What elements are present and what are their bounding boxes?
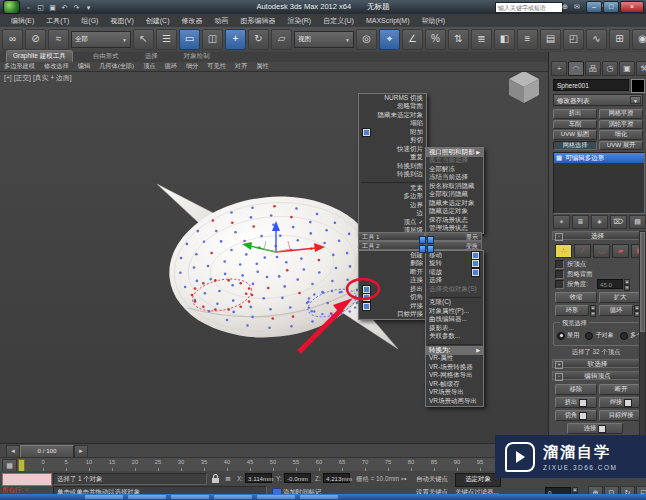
ribbon-subtab-3[interactable]: 几何体(全部): [99, 62, 134, 71]
taskbar-button-2[interactable]: [171, 495, 209, 499]
quad-transform-item-16[interactable]: VR-帧缓存: [426, 380, 483, 389]
ribbon-subtab-6[interactable]: 细分: [186, 62, 198, 71]
create-tab[interactable]: +: [551, 61, 567, 76]
quad-transform-item-8[interactable]: 曲线编辑器...: [426, 316, 483, 325]
mirror[interactable]: ◧: [494, 29, 515, 50]
quad-tools1-item-12[interactable]: 多边形: [359, 193, 426, 202]
configure-modifier-sets-icon[interactable]: ▤: [629, 215, 646, 229]
select-by-name[interactable]: ☰: [156, 29, 177, 50]
undo-icon[interactable]: ↶: [59, 2, 70, 13]
quad-display-item-6[interactable]: 隐藏未选定对象: [426, 199, 483, 208]
menu-item-9[interactable]: 自定义(U): [318, 15, 359, 27]
angle-value-field[interactable]: 45.0: [597, 279, 623, 289]
edge-subobject[interactable]: ∕: [574, 244, 591, 258]
modifier-button-1[interactable]: 网格平滑: [599, 109, 643, 119]
settings-box-icon[interactable]: [362, 128, 371, 137]
quad-tools2-item-7[interactable]: 目标焊接: [359, 311, 426, 320]
quad-tools2-item-2[interactable]: 断开: [359, 268, 426, 277]
make-unique-icon[interactable]: ∗: [591, 215, 608, 229]
by-vertex-checkbox[interactable]: 按顶点: [555, 260, 586, 269]
curve-editor[interactable]: ∿: [586, 29, 607, 50]
modifier-button-3[interactable]: 涡轮平滑: [599, 120, 643, 130]
reference-coordinate-dropdown[interactable]: 视图▼: [294, 31, 354, 48]
settings-box-icon[interactable]: [471, 268, 480, 277]
settings-box-icon[interactable]: [579, 399, 587, 407]
quad-tools1-item-14[interactable]: 边: [359, 210, 426, 219]
maximize-button[interactable]: □: [603, 1, 619, 13]
edit-vertices-button-0-1[interactable]: 断开: [599, 384, 643, 395]
quad-tools1-item-3[interactable]: 塌陷: [359, 120, 426, 129]
remove-modifier-icon[interactable]: ⌦: [610, 215, 627, 229]
ribbon-subtab-5[interactable]: 循环: [165, 62, 177, 71]
maxscript-mini-listener[interactable]: [2, 473, 52, 486]
ribbon-tab-0[interactable]: Graphite 建模工具: [6, 50, 73, 62]
taskbar-button-1[interactable]: [128, 495, 166, 499]
quad-tools1-item-5[interactable]: 剪切: [359, 137, 426, 146]
quad-transform-item-7[interactable]: 对象属性(P)...: [426, 307, 483, 316]
quad-display-item-5[interactable]: 全部取消隐藏: [426, 191, 483, 200]
modifier-list-dropdown[interactable]: 修改器列表 ▼: [553, 94, 643, 106]
menu-item-1[interactable]: 工具(T): [41, 15, 74, 27]
quick-toolbar-arrow-icon[interactable]: ▾: [83, 2, 94, 13]
quad-tools2-item-5[interactable]: 切角: [359, 294, 426, 303]
quad-transform-item-13[interactable]: VR-属性: [426, 355, 483, 364]
graphite-ribbon-toggle[interactable]: ◰: [563, 29, 584, 50]
quad-tools1-item-1[interactable]: 忽略背面: [359, 103, 426, 112]
ribbon-subtab-4[interactable]: 顶点: [143, 62, 155, 71]
quad-tools2-item-1[interactable]: 删除: [359, 260, 426, 269]
taskbar-button-3[interactable]: [214, 495, 252, 499]
menu-item-3[interactable]: 视图(V): [105, 15, 138, 27]
quad-tools1-item-8[interactable]: 转换到面: [359, 162, 426, 171]
stack-item[interactable]: ▦可编辑多边形: [554, 153, 644, 163]
align[interactable]: ≡: [517, 29, 538, 50]
settings-box-icon[interactable]: [362, 302, 371, 311]
communication-center-icon[interactable]: ✉: [572, 2, 582, 12]
object-color-swatch[interactable]: [631, 79, 645, 93]
modifier-button-6[interactable]: 网格选择: [553, 141, 597, 151]
edit-vertices-button-0-0[interactable]: 移除: [555, 384, 597, 395]
quad-tools1-item-13[interactable]: 边界: [359, 201, 426, 210]
hierarchy-tab[interactable]: 品: [585, 61, 601, 76]
menu-item-4[interactable]: 创建(C): [141, 15, 175, 27]
taskbar-button-4[interactable]: [257, 495, 295, 499]
modifier-button-7[interactable]: UVW 展开: [599, 141, 643, 151]
shrink-button[interactable]: 收缩: [555, 292, 597, 303]
redo-icon[interactable]: ↷: [71, 2, 82, 13]
motion-tab[interactable]: ◷: [602, 61, 618, 76]
quad-transform-item-2[interactable]: 缩放: [426, 268, 483, 277]
quad-display-item-2[interactable]: 全部解冻: [426, 165, 483, 174]
ribbon-subtab-7[interactable]: 可见性: [207, 62, 226, 71]
select-and-scale[interactable]: ▱: [271, 29, 292, 50]
connect-settings-icon[interactable]: [598, 425, 606, 433]
ignore-backfacing-checkbox[interactable]: 忽略背面: [555, 270, 593, 279]
ribbon-tab-1[interactable]: 自由形式: [87, 51, 125, 62]
quad-transform-item-6[interactable]: 克隆(C): [426, 299, 483, 308]
quad-tools1-item-4[interactable]: 附加: [359, 128, 426, 137]
angle-spinner[interactable]: ▲▼: [624, 279, 630, 289]
ribbon-subtab-1[interactable]: 修改选择: [44, 62, 69, 71]
dropdown-arrow-icon[interactable]: ▼: [630, 96, 641, 104]
close-button[interactable]: ×: [620, 1, 644, 13]
preview-option-1[interactable]: 子对象: [585, 331, 614, 340]
scrollbar-thumb[interactable]: [640, 232, 645, 332]
max-logo-button[interactable]: [3, 0, 20, 14]
connect-button[interactable]: 连接: [567, 423, 623, 434]
edit-vertices-button-2-1[interactable]: 目标焊接: [599, 410, 643, 421]
quad-transform-item-18[interactable]: VR场景动画导出: [426, 397, 483, 406]
quad-tools1-item-6[interactable]: 快速切片: [359, 145, 426, 154]
quad-tools2-item-0[interactable]: 创建: [359, 251, 426, 260]
y-coordinate-field[interactable]: -0.0mm: [284, 473, 311, 483]
polygon-subobject[interactable]: ▰: [612, 244, 629, 258]
spinner-snap-toggle[interactable]: ⇅: [448, 29, 469, 50]
quad-transform-item-1[interactable]: 旋转: [426, 260, 483, 269]
show-end-result-icon[interactable]: ≣: [572, 215, 589, 229]
snaps-toggle[interactable]: ⌖: [379, 29, 400, 50]
quad-transform-item-17[interactable]: VR场景导出: [426, 389, 483, 398]
quad-tools1-item-7[interactable]: 重复: [359, 154, 426, 163]
quad-transform-item-10[interactable]: 关联参数...: [426, 333, 483, 342]
modify-tab[interactable]: ◠: [568, 61, 584, 76]
angle-snap-toggle[interactable]: ∠: [402, 29, 423, 50]
settings-box-icon[interactable]: [624, 399, 632, 407]
schematic-view[interactable]: ⊞: [609, 29, 630, 50]
quad-display-item-0[interactable]: 视口照明和阴影▶: [426, 148, 483, 157]
